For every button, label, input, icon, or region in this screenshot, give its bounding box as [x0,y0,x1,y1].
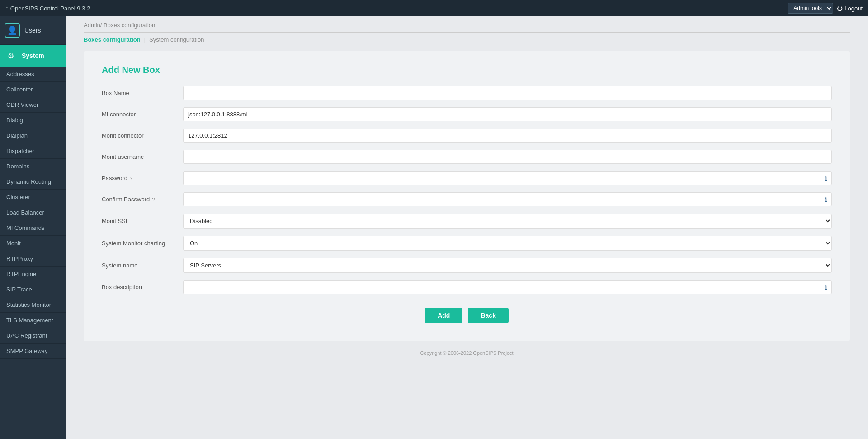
monit-connector-input[interactable] [183,129,832,143]
topbar: :: OpenSIPS Control Panel 9.3.2 Admin to… [0,0,868,16]
confirm-password-question: ? [151,197,155,202]
sidebar-item-mi-commands[interactable]: MI Commands [0,220,66,236]
monit-username-row: Monit username [102,150,832,164]
mi-connector-row: MI connector [102,107,832,121]
confirm-password-info-icon: ℹ [825,196,827,204]
box-name-label: Box Name [102,90,183,96]
confirm-password-input-wrap: ℹ [183,192,832,206]
sidebar-item-dispatcher[interactable]: Dispatcher [0,143,66,159]
sidebar-system[interactable]: ⚙ System [0,45,66,67]
app-title: :: OpenSIPS Control Panel 9.3.2 [5,5,90,12]
system-name-label: System name [102,262,183,269]
sidebar-item-load-balancer[interactable]: Load Balancer [0,205,66,220]
system-icon: ⚙ [5,49,17,62]
sub-nav: Boxes configuration | System configurati… [66,33,868,47]
confirm-password-input[interactable] [183,192,832,206]
boxes-configuration-link[interactable]: Boxes configuration [84,36,141,43]
monit-username-input[interactable] [183,150,832,164]
system-monitor-charting-row: System Monitor charting On Off [102,236,832,251]
box-description-info-icon: ℹ [825,283,827,291]
sidebar-item-addresses[interactable]: Addresses [0,67,66,82]
admin-tools-select[interactable]: Admin tools [788,3,833,14]
box-name-row: Box Name [102,86,832,100]
system-name-select[interactable]: SIP Servers Media Servers Proxy Servers [183,258,832,273]
logout-button[interactable]: ⏻ Logout [837,5,863,12]
mi-connector-label: MI connector [102,111,183,118]
confirm-password-row: Confirm Password ? ℹ [102,192,832,206]
add-button[interactable]: Add [425,308,462,323]
monit-username-label: Monit username [102,153,183,160]
sidebar-item-smpp-gateway[interactable]: SMPP Gateway [0,344,66,359]
breadcrumb: Admin/ Boxes configuration [66,16,868,33]
password-input[interactable] [183,171,832,185]
monit-connector-row: Monit connector [102,129,832,143]
sidebar-item-rtpengine[interactable]: RTPEngine [0,267,66,282]
monit-ssl-row: Monit SSL Disabled Enabled [102,214,832,229]
monit-ssl-label: Monit SSL [102,218,183,224]
main-content: Admin/ Boxes configuration Boxes configu… [66,16,868,439]
sidebar-item-rtpproxy[interactable]: RTPProxy [0,251,66,267]
system-name-select-wrap: SIP Servers Media Servers Proxy Servers [183,258,832,273]
password-label: Password ? [102,175,183,181]
system-label: System [22,52,44,59]
sidebar-item-sip-trace[interactable]: SIP Trace [0,282,66,297]
top-right-controls: Admin tools ⏻ Logout [788,3,863,14]
users-icon: 👤 [5,23,20,38]
users-label: Users [24,27,41,34]
system-name-row: System name SIP Servers Media Servers Pr… [102,258,832,273]
sidebar-item-dialog[interactable]: Dialog [0,113,66,128]
password-input-wrap: ℹ [183,171,832,185]
sidebar-item-statistics-monitor[interactable]: Statistics Monitor [0,297,66,313]
system-configuration-link[interactable]: System configuration [149,36,204,43]
box-name-input-wrap [183,86,832,100]
form-container: Add New Box Box Name MI connector Monit … [84,51,850,341]
sidebar-item-tls-management[interactable]: TLS Management [0,313,66,328]
monit-ssl-select-wrap: Disabled Enabled [183,214,832,229]
box-description-row: Box description ℹ [102,280,832,294]
password-row: Password ? ℹ [102,171,832,185]
sidebar-item-domains[interactable]: Domains [0,159,66,174]
confirm-password-label: Confirm Password ? [102,196,183,203]
box-description-label: Box description [102,284,183,291]
sidebar-item-clusterer[interactable]: Clusterer [0,190,66,205]
monit-connector-input-wrap [183,129,832,143]
monit-connector-label: Monit connector [102,132,183,139]
system-monitor-charting-select-wrap: On Off [183,236,832,251]
sidebar-item-dynamic-routing[interactable]: Dynamic Routing [0,174,66,190]
subnav-separator: | [144,36,146,43]
form-title: Add New Box [102,65,832,75]
power-icon: ⏻ [837,5,843,12]
sidebar-users[interactable]: 👤 Users [0,16,66,45]
sidebar: 👤 Users ⚙ System AddressesCallcenterCDR … [0,16,66,439]
footer: Copyright © 2006-2022 OpenSIPS Project [66,346,868,360]
system-monitor-charting-select[interactable]: On Off [183,236,832,251]
box-description-input[interactable] [183,280,832,294]
form-actions: Add Back [102,308,832,323]
sidebar-nav: AddressesCallcenterCDR ViewerDialogDialp… [0,67,66,359]
sidebar-item-monit[interactable]: Monit [0,236,66,251]
monit-ssl-select[interactable]: Disabled Enabled [183,214,832,229]
box-name-input[interactable] [183,86,832,100]
system-monitor-charting-label: System Monitor charting [102,240,183,247]
mi-connector-input-wrap [183,107,832,121]
box-description-input-wrap: ℹ [183,280,832,294]
back-button[interactable]: Back [468,308,508,323]
password-question: ? [128,176,132,181]
sidebar-item-callcenter[interactable]: Callcenter [0,82,66,97]
monit-username-input-wrap [183,150,832,164]
sidebar-item-cdr-viewer[interactable]: CDR Viewer [0,97,66,113]
sidebar-item-dialplan[interactable]: Dialplan [0,128,66,143]
password-info-icon: ℹ [825,174,827,182]
mi-connector-input[interactable] [183,107,832,121]
sidebar-item-uac-registrant[interactable]: UAC Registrant [0,328,66,344]
